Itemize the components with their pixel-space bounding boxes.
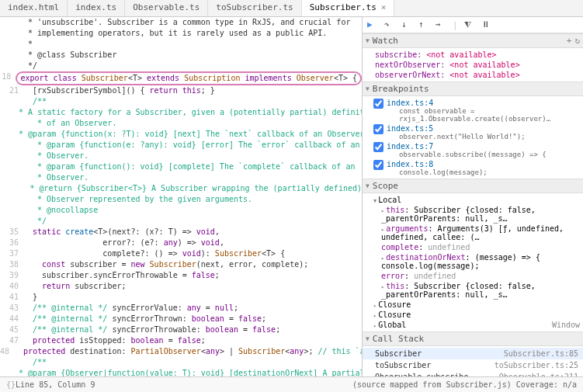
line-number: 45 (0, 324, 23, 335)
scope-closure[interactable]: ▸Closure (363, 300, 583, 310)
code-line[interactable]: 48 protected destination: PartialObserve… (0, 346, 362, 357)
line-number: 44 (0, 314, 23, 324)
breakpoint-item[interactable]: index.ts:4const observable = rxjs_1.Obse… (363, 98, 583, 123)
code-content: * @param {function(x: ?T): void} [next] … (5, 129, 362, 140)
scope-variable[interactable]: error: undefined (363, 271, 583, 281)
code-line[interactable]: * Observer. (0, 151, 362, 161)
callstack-header[interactable]: ▼ Call Stack (363, 331, 583, 346)
breakpoint-checkbox[interactable] (373, 99, 383, 109)
code-line[interactable]: 18export class Subscriber<T> extends Sub… (0, 71, 362, 85)
scope-variable[interactable]: complete: undefined (363, 242, 583, 252)
code-line[interactable]: 43 /** @internal */ syncErrorValue: any … (0, 303, 362, 314)
scope-variable[interactable]: ▸destinationOrNext: (message) => { conso… (363, 252, 583, 271)
code-line[interactable]: * @param {Observer|function(value: T): v… (0, 368, 362, 376)
code-line[interactable]: * implementing operators, but it is rare… (0, 28, 362, 39)
breakpoint-item[interactable]: index.ts:5observer.next("Hello World!"); (363, 123, 583, 141)
code-line[interactable]: * @return {Subscriber<T>} A Subscriber w… (0, 183, 362, 194)
tab-Observable-ts[interactable]: Observable.ts (125, 0, 208, 16)
code-line[interactable]: * 'unsubscribe'. Subscriber is a common … (0, 17, 362, 28)
code-content: * implementing operators, but it is rare… (23, 28, 327, 39)
code-content: /** @internal */ syncErrorThrown: boolea… (23, 314, 266, 324)
breakpoint-item[interactable]: index.ts:7observable.subscribe((message)… (363, 141, 583, 159)
bracket-icon: {} (6, 380, 16, 389)
code-line[interactable]: 47 protected isStopped: boolean = false; (0, 335, 362, 346)
resume-icon[interactable]: ▶ (367, 19, 378, 30)
step-out-icon[interactable]: ↑ (418, 19, 429, 30)
code-content: * @return {Subscriber<T>} A Subscriber w… (16, 183, 362, 194)
step-icon[interactable]: → (436, 19, 446, 30)
code-line[interactable]: */ (0, 216, 362, 227)
deactivate-bp-icon[interactable]: ⧨ (464, 19, 475, 30)
code-line[interactable]: * @param {function(e: ?any): void} [erro… (0, 140, 362, 151)
watch-item[interactable]: observerOrNext: <not available> (363, 70, 583, 80)
watch-item[interactable]: nextOrObserver: <not available> (363, 60, 583, 70)
code-line[interactable]: * @param {function(): void} [complete] T… (0, 161, 362, 172)
breakpoint-checkbox[interactable] (373, 142, 383, 152)
line-number (0, 172, 23, 183)
code-content: * Observer. (23, 172, 88, 183)
code-line[interactable]: * Observer. (0, 172, 362, 183)
tab-Subscriber-ts[interactable]: Subscriber.ts× (302, 0, 395, 16)
breakpoint-checkbox[interactable] (373, 160, 383, 170)
line-number (0, 216, 23, 227)
code-line[interactable]: 36 error?: (e?: any) => void, (0, 238, 362, 248)
code-line[interactable]: * (0, 39, 362, 50)
code-content: * @class Subscriber (23, 50, 116, 61)
code-line[interactable]: 40 return subscriber; (0, 281, 362, 292)
close-icon[interactable]: × (381, 2, 387, 12)
code-editor[interactable]: * 'unsubscribe'. Subscriber is a common … (0, 17, 362, 376)
breakpoint-item[interactable]: index.ts:8console.log(message); (363, 159, 583, 177)
line-number (0, 39, 23, 50)
step-over-icon[interactable]: ↷ (384, 19, 395, 30)
chevron-down-icon: ▼ (366, 335, 370, 342)
code-line[interactable]: /** (0, 357, 362, 368)
tab-index-ts[interactable]: index.ts (68, 0, 125, 16)
code-line[interactable]: 41 } (0, 292, 362, 303)
code-content: * of an Observer. (23, 118, 116, 129)
code-line[interactable]: 35 static create<T>(next?: (x?: T) => vo… (0, 227, 362, 238)
watch-header[interactable]: ▼ Watch + ↻ (363, 33, 583, 48)
scope-local[interactable]: ▼Local (363, 195, 583, 205)
chevron-down-icon: ▼ (366, 182, 370, 189)
code-line[interactable]: * A static factory for a Subscriber, giv… (0, 107, 362, 118)
scope-global[interactable]: ▸GlobalWindow (363, 320, 583, 330)
scope-variable[interactable]: ▸this: Subscriber {closed: false, _paren… (363, 281, 583, 300)
code-line[interactable]: 45 /** @internal */ syncErrorThrowable: … (0, 324, 362, 335)
pause-exceptions-icon[interactable]: ⏸ (481, 19, 492, 30)
code-line[interactable]: * Observer represented by the given argu… (0, 194, 362, 205)
tab-index-html[interactable]: index.html (0, 0, 68, 16)
scope-closure[interactable]: ▸Closure (363, 310, 583, 320)
code-content: protected isStopped: boolean = false; (23, 335, 206, 346)
code-line[interactable]: 21 [rxSubscriberSymbol]() { return this;… (0, 85, 362, 96)
scope-variable[interactable]: ▸arguments: Arguments(3) [ƒ, undefined, … (363, 224, 583, 242)
watch-item[interactable]: subscribe: <not available> (363, 50, 583, 60)
code-line[interactable]: 37 complete?: () => void): Subscriber<T>… (0, 248, 362, 259)
callstack-frame[interactable]: Observable.subscribeObservable.ts:211 (363, 371, 583, 376)
breakpoints-header[interactable]: ▼ Breakpoints (363, 82, 583, 96)
tab-toSubscriber-ts[interactable]: toSubscriber.ts (208, 0, 301, 16)
code-line[interactable]: * @class Subscriber (0, 50, 362, 61)
code-line[interactable]: 38 const subscriber = new Subscriber(nex… (0, 259, 362, 270)
refresh-watch-icon[interactable]: ↻ (574, 36, 580, 46)
debug-panel: ▶ ↷ ↓ ↑ → | ⧨ ⏸ ▼ Watch + ↻ subscribe: <… (362, 17, 583, 376)
code-line[interactable]: * @nocollapse (0, 205, 362, 216)
scope-variable[interactable]: ▸this: Subscriber {closed: false, _paren… (363, 205, 583, 224)
cursor-position: Line 85, Column 9 (16, 380, 95, 389)
line-number (0, 50, 23, 61)
callstack-frame[interactable]: toSubscribertoSubscriber.ts:25 (363, 359, 583, 371)
scope-header[interactable]: ▼ Scope (363, 179, 583, 193)
line-number: 48 (0, 346, 14, 357)
code-line[interactable]: * of an Observer. (0, 118, 362, 129)
breakpoint-checkbox[interactable] (373, 124, 383, 134)
callstack-frame[interactable]: SubscriberSubscriber.ts:85 (363, 348, 583, 359)
code-content: const subscriber = new Subscriber(next, … (23, 259, 308, 270)
code-line[interactable]: 44 /** @internal */ syncErrorThrown: boo… (0, 314, 362, 324)
line-number (0, 357, 23, 368)
code-line[interactable]: */ (0, 61, 362, 71)
code-line[interactable]: /** (0, 96, 362, 107)
code-line[interactable]: 39 subscriber.syncErrorThrowable = false… (0, 270, 362, 281)
line-number (0, 61, 23, 71)
add-watch-icon[interactable]: + (567, 36, 572, 46)
code-line[interactable]: * @param {function(x: ?T): void} [next] … (0, 129, 362, 140)
step-into-icon[interactable]: ↓ (401, 19, 412, 30)
